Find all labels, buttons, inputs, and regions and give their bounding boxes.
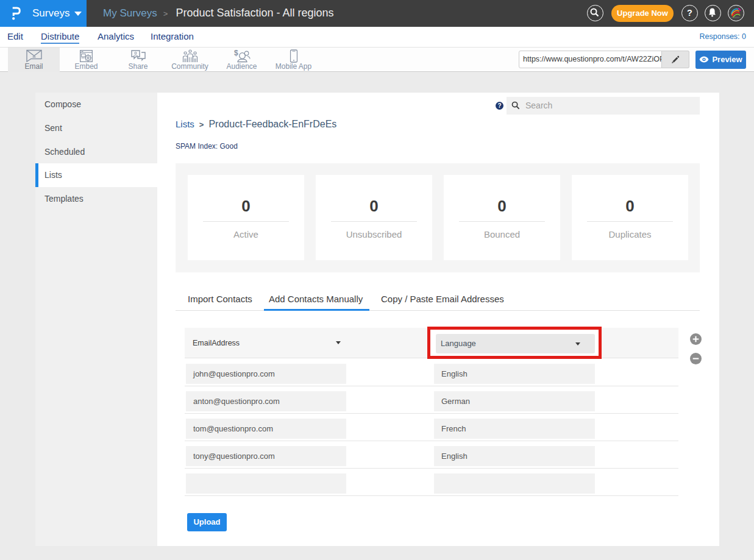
- svg-text:$: $: [234, 49, 238, 57]
